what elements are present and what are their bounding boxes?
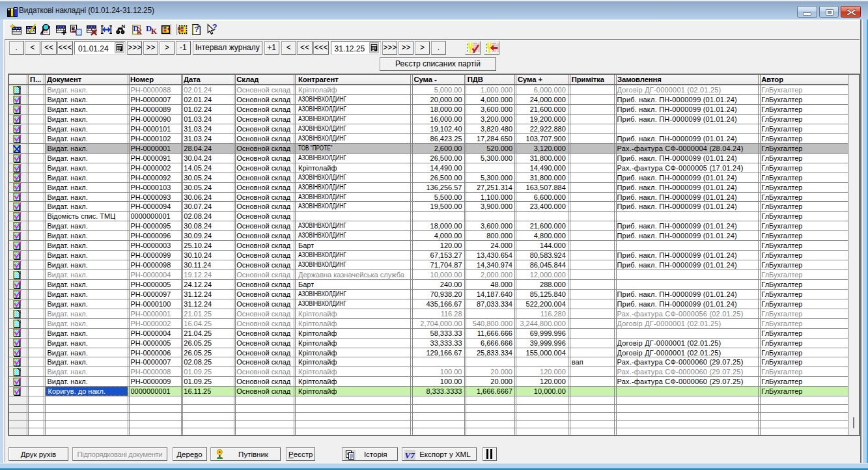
- svg-text:K: K: [137, 28, 143, 35]
- svg-text:V7: V7: [404, 450, 415, 460]
- svg-text:K: K: [151, 27, 157, 36]
- svg-text:?: ?: [212, 23, 217, 32]
- svg-text:?: ?: [195, 25, 199, 33]
- svg-text:B: B: [72, 25, 75, 31]
